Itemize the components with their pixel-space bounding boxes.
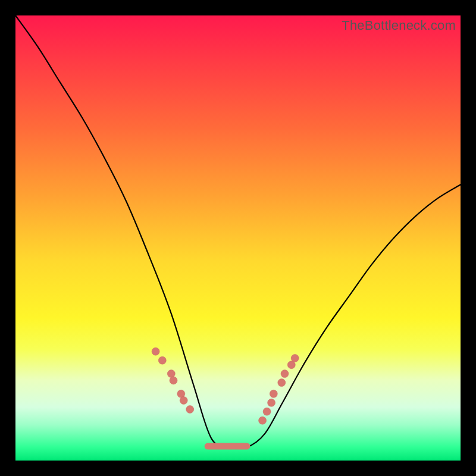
curve-layer xyxy=(15,15,461,461)
marker-dot xyxy=(158,356,166,364)
marker-dot xyxy=(152,347,159,355)
marker-dot xyxy=(281,370,289,378)
marker-dot xyxy=(167,370,175,378)
marker-cluster-left xyxy=(152,347,194,413)
marker-dot xyxy=(291,355,299,362)
marker-dot xyxy=(268,399,275,406)
marker-dot xyxy=(270,390,277,397)
marker-dot xyxy=(186,406,194,414)
bottleneck-curve xyxy=(15,15,461,449)
marker-dot xyxy=(287,361,295,369)
marker-cluster-right xyxy=(259,355,299,425)
marker-dot xyxy=(278,379,286,387)
plot-area: TheBottleneck.com xyxy=(15,15,461,461)
marker-dot xyxy=(263,408,271,415)
marker-dot xyxy=(170,377,177,384)
marker-dot xyxy=(180,397,187,405)
watermark-text: TheBottleneck.com xyxy=(342,18,456,33)
marker-dot xyxy=(259,416,267,424)
chart-frame: TheBottleneck.com xyxy=(15,15,461,461)
